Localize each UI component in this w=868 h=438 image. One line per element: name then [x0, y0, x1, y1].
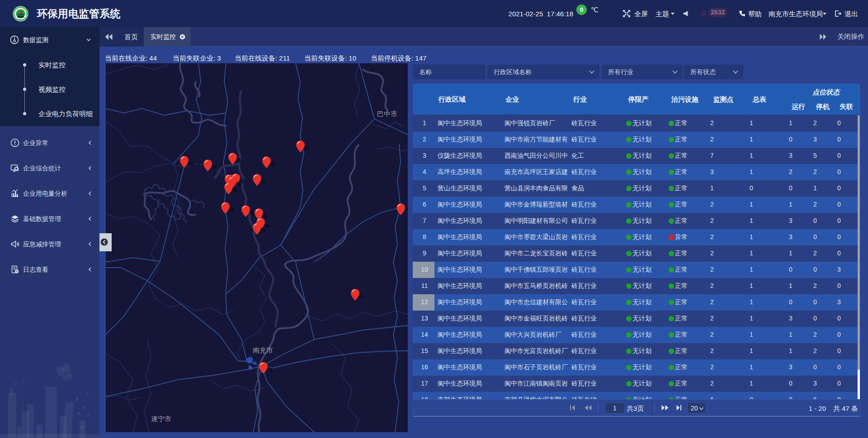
- svg-text:巴中市: 巴中市: [377, 110, 397, 118]
- svg-text:四川省: 四川省: [18, 19, 23, 21]
- svg-text:南充市: 南充市: [253, 346, 273, 354]
- svg-text:遂宁市: 遂宁市: [151, 415, 171, 423]
